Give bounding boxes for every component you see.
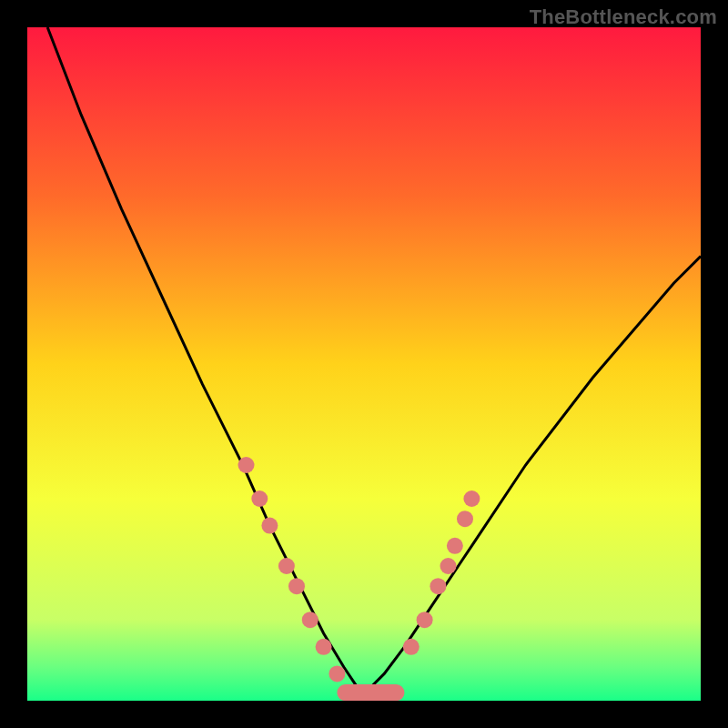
highlight-dot bbox=[278, 558, 295, 574]
highlight-dot bbox=[329, 665, 345, 682]
highlight-dot bbox=[238, 457, 255, 473]
highlight-dot bbox=[463, 490, 480, 507]
highlight-dot bbox=[417, 612, 433, 628]
highlight-bottom-bar bbox=[337, 684, 404, 701]
highlight-dot bbox=[316, 639, 332, 655]
highlight-dot bbox=[403, 639, 420, 655]
gradient-background bbox=[27, 27, 701, 701]
highlight-dot bbox=[447, 538, 463, 554]
chart-frame bbox=[27, 27, 701, 701]
highlight-dot bbox=[457, 511, 473, 527]
highlight-dot bbox=[430, 578, 446, 594]
highlight-dot bbox=[261, 518, 278, 534]
highlight-dot bbox=[302, 612, 318, 628]
highlight-dot bbox=[251, 490, 268, 507]
highlight-dot bbox=[288, 578, 305, 594]
watermark-text: TheBottleneck.com bbox=[530, 5, 717, 29]
highlight-dot bbox=[440, 558, 457, 574]
bottleneck-chart bbox=[27, 27, 701, 701]
